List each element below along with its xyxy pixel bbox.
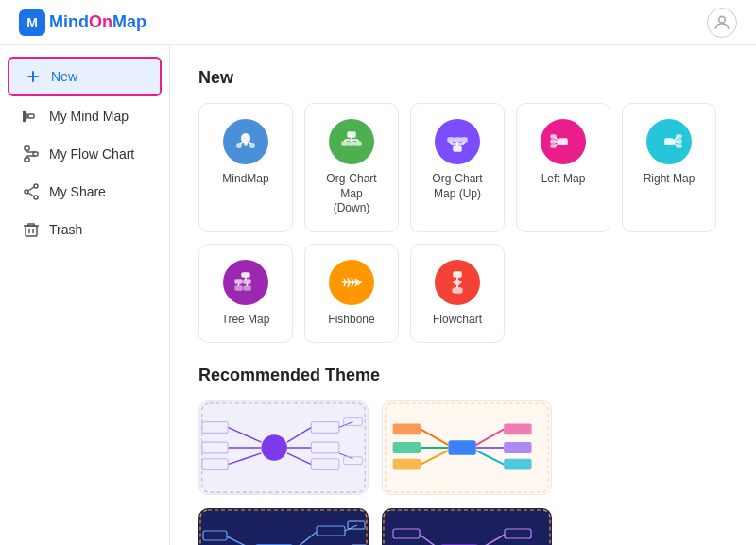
logo: M MindOnMap xyxy=(19,9,146,36)
svg-rect-111 xyxy=(393,424,421,435)
svg-line-92 xyxy=(228,428,261,443)
svg-point-9 xyxy=(23,119,26,122)
flowchart-icon xyxy=(435,260,480,305)
map-card-fishbone[interactable]: Fishbone xyxy=(304,244,399,344)
svg-rect-11 xyxy=(25,158,29,162)
svg-rect-53 xyxy=(559,139,567,145)
sidebar-my-mind-map-label: My Mind Map xyxy=(49,109,129,124)
svg-line-110 xyxy=(421,430,448,446)
svg-rect-147 xyxy=(393,529,420,538)
svg-rect-74 xyxy=(244,286,250,290)
svg-line-30 xyxy=(240,142,243,144)
map-card-tree-map[interactable]: Tree Map xyxy=(198,244,293,344)
theme-card-1[interactable] xyxy=(198,400,369,495)
svg-rect-2 xyxy=(27,76,39,77)
theme-card-2[interactable] xyxy=(382,400,552,495)
logo-map-text: Map xyxy=(112,12,146,31)
right-map-label: Right Map xyxy=(644,172,696,187)
trash-icon xyxy=(23,221,40,238)
svg-rect-57 xyxy=(551,135,556,138)
map-card-mindmap[interactable]: MindMap xyxy=(198,103,293,232)
svg-point-17 xyxy=(34,184,38,188)
svg-rect-59 xyxy=(551,145,556,147)
svg-rect-10 xyxy=(25,146,29,150)
recommended-theme-section: Recommended Theme xyxy=(198,366,728,545)
svg-rect-121 xyxy=(504,459,531,470)
logo-mind: Mind xyxy=(49,12,89,31)
theme-preview-1 xyxy=(199,401,368,494)
svg-rect-95 xyxy=(202,442,228,453)
svg-rect-97 xyxy=(202,459,228,470)
header: M MindOnMap xyxy=(0,0,756,45)
org-down-label: Org-Chart Map(Down) xyxy=(315,172,388,216)
svg-point-91 xyxy=(261,435,286,461)
svg-rect-101 xyxy=(311,442,338,453)
org-up-label: Org-Chart Map (Up) xyxy=(421,172,494,201)
svg-rect-64 xyxy=(677,135,681,138)
svg-marker-87 xyxy=(454,280,461,285)
svg-rect-109 xyxy=(448,441,475,456)
svg-rect-107 xyxy=(344,457,363,465)
map-card-flowchart[interactable]: Flowchart xyxy=(410,244,505,344)
svg-line-150 xyxy=(478,535,505,545)
theme-card-4[interactable] xyxy=(382,508,552,545)
sidebar-new-label: New xyxy=(51,69,77,84)
svg-rect-67 xyxy=(242,273,249,277)
svg-rect-51 xyxy=(455,138,460,142)
theme-card-3[interactable] xyxy=(198,508,369,545)
sidebar-item-my-flow-chart[interactable]: My Flow Chart xyxy=(8,136,162,172)
plus-icon xyxy=(25,68,42,85)
svg-line-106 xyxy=(339,453,353,459)
sidebar-item-my-mind-map[interactable]: My Mind Map xyxy=(8,98,162,134)
svg-rect-99 xyxy=(311,422,338,434)
svg-line-21 xyxy=(28,193,34,196)
sidebar-item-my-share[interactable]: My Share xyxy=(8,174,162,210)
mindmap-icon xyxy=(223,119,268,164)
svg-rect-131 xyxy=(317,526,345,536)
fishbone-icon xyxy=(329,260,374,305)
svg-line-20 xyxy=(28,187,34,191)
logo-on: On xyxy=(89,12,112,31)
theme-preview-2 xyxy=(383,401,551,494)
user-avatar[interactable] xyxy=(707,8,737,38)
map-card-org-down[interactable]: Org-Chart Map(Down) xyxy=(304,103,399,232)
svg-rect-142 xyxy=(384,510,550,545)
map-card-right-map[interactable]: Right Map xyxy=(622,103,716,232)
flowchart-label: Flowchart xyxy=(433,313,482,328)
svg-rect-70 xyxy=(244,280,250,283)
sidebar: New My Mind Map My Flow Cha xyxy=(0,45,170,545)
svg-rect-58 xyxy=(551,140,556,143)
svg-rect-119 xyxy=(504,442,531,453)
theme-preview-3 xyxy=(198,508,369,545)
map-card-org-up[interactable]: Org-Chart Map (Up) xyxy=(410,103,505,232)
theme-preview-4 xyxy=(382,508,552,545)
svg-rect-60 xyxy=(665,139,673,145)
svg-rect-65 xyxy=(677,140,681,143)
svg-rect-41 xyxy=(342,142,348,145)
sidebar-item-trash[interactable]: Trash xyxy=(8,212,162,247)
svg-line-114 xyxy=(421,451,448,465)
flow-chart-icon xyxy=(23,145,40,162)
sidebar-trash-label: Trash xyxy=(49,222,82,237)
svg-rect-52 xyxy=(461,138,467,142)
logo-icon: M xyxy=(19,9,45,36)
svg-rect-125 xyxy=(203,531,227,540)
svg-point-7 xyxy=(23,111,26,114)
svg-rect-89 xyxy=(453,288,462,293)
svg-line-124 xyxy=(227,536,255,545)
svg-rect-3 xyxy=(28,114,34,118)
map-card-left-map[interactable]: Left Map xyxy=(516,103,610,232)
svg-rect-72 xyxy=(235,286,242,290)
svg-rect-42 xyxy=(349,142,354,145)
svg-rect-115 xyxy=(393,459,421,470)
svg-rect-93 xyxy=(202,422,228,434)
logo-text: MindOnMap xyxy=(49,12,146,32)
svg-line-102 xyxy=(287,453,311,465)
layout: New My Mind Map My Flow Cha xyxy=(0,45,756,545)
sidebar-item-new[interactable]: New xyxy=(8,57,162,96)
svg-rect-122 xyxy=(200,510,367,545)
main-content: New xyxy=(170,45,756,545)
left-map-icon xyxy=(541,119,586,164)
sidebar-my-flow-chart-label: My Flow Chart xyxy=(49,146,134,162)
svg-rect-85 xyxy=(454,272,461,277)
